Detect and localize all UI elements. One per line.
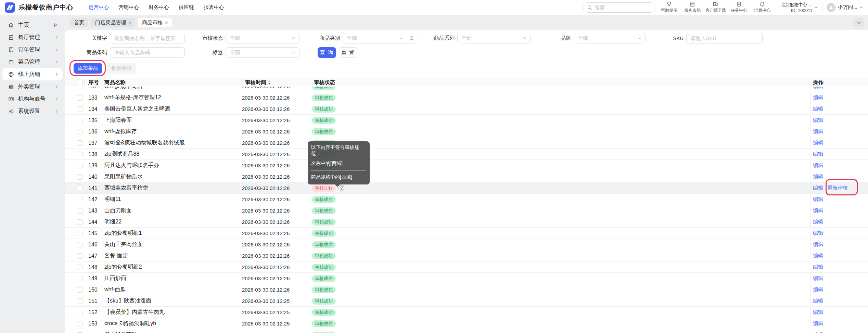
sidebar-item-online-shop[interactable]: 线上店铺 xyxy=(2,68,63,80)
reset-button[interactable]: 重 置 xyxy=(339,47,357,58)
quick-help[interactable]: 帮助提示 xyxy=(660,1,679,13)
row-checkbox[interactable] xyxy=(77,152,82,157)
close-icon[interactable]: × xyxy=(165,20,168,25)
row-checkbox[interactable] xyxy=(77,276,82,281)
tag-select[interactable]: 全部 xyxy=(226,47,299,58)
edit-link[interactable]: 编辑 xyxy=(813,174,823,180)
row-checkbox[interactable] xyxy=(77,298,82,304)
row-checkbox[interactable] xyxy=(77,95,82,101)
row-checkbox[interactable] xyxy=(77,321,82,326)
row-checkbox[interactable] xyxy=(77,163,82,168)
reaudit-link[interactable]: 重新审核 xyxy=(827,185,848,191)
audit-time: 2026-03-30 02:12:26 xyxy=(242,171,290,182)
query-button[interactable]: 查 询 xyxy=(318,47,336,58)
sidebar-item-restaurant[interactable]: 餐厅管理 xyxy=(2,31,63,43)
audit-time: 2026-03-30 02:12:26 xyxy=(242,115,290,126)
row-checkbox[interactable] xyxy=(77,197,82,202)
row-checkbox[interactable] xyxy=(77,174,82,180)
tab-store-dish-management[interactable]: 门店菜品管理 × xyxy=(91,18,135,27)
barcode-input[interactable] xyxy=(110,47,185,58)
edit-link[interactable]: 编辑 xyxy=(813,128,823,135)
sku-input[interactable] xyxy=(686,33,763,43)
lightbulb-icon xyxy=(666,1,672,7)
sidebar-item-orders[interactable]: 订单管理 xyxy=(2,43,63,56)
edit-link[interactable]: 编辑 xyxy=(813,196,823,203)
global-search[interactable] xyxy=(583,2,655,13)
edit-link[interactable]: 编辑 xyxy=(813,286,823,293)
sidebar-item-org-accounts[interactable]: 机构与账号 xyxy=(2,93,63,105)
batch-audit-button[interactable]: 批量审核 xyxy=(107,63,136,74)
row-checkbox[interactable] xyxy=(77,118,82,123)
brand-select[interactable]: 全部 xyxy=(574,33,646,43)
row-checkbox[interactable] xyxy=(77,287,82,293)
quick-service-market[interactable]: 服务市场 xyxy=(683,1,702,13)
edit-link[interactable]: 编辑 xyxy=(813,253,823,259)
audit-time: 2026-03-30 02:12:26 xyxy=(242,103,290,115)
row-checkbox[interactable] xyxy=(77,265,82,270)
sidebar-item-settings[interactable]: 系统设置 xyxy=(2,105,63,117)
select-all-checkbox[interactable] xyxy=(77,80,82,85)
nav-operation-center[interactable]: 运营中心 xyxy=(88,4,109,11)
edit-link[interactable]: 编辑 xyxy=(813,151,823,157)
row-checkbox[interactable] xyxy=(77,129,82,135)
user-menu[interactable]: 小万同... xyxy=(827,3,863,12)
nav-marketing-center[interactable]: 营销中心 xyxy=(118,4,139,11)
sidebar-item-dishes[interactable]: 菜品管理 xyxy=(2,56,63,68)
close-icon[interactable]: × xyxy=(128,20,131,25)
tab-home[interactable]: 首页 xyxy=(70,18,88,27)
edit-link[interactable]: 编辑 xyxy=(813,298,823,304)
edit-link[interactable]: 编辑 xyxy=(813,332,823,333)
edit-link[interactable]: 编辑 xyxy=(813,275,823,282)
row-checkbox[interactable] xyxy=(77,208,82,214)
status-badge: 审核成功 xyxy=(312,128,336,135)
store-selector[interactable]: 北京配送中心-... ID: 100011 xyxy=(780,2,818,13)
edit-link[interactable]: 编辑 xyxy=(813,241,823,248)
quick-client-download[interactable]: 客户端下载 xyxy=(706,1,725,13)
edit-link[interactable]: 编辑 xyxy=(813,264,823,270)
edit-link[interactable]: 编辑 xyxy=(813,117,823,124)
product-series-select[interactable]: 全部 xyxy=(457,33,531,43)
edit-link[interactable]: 编辑 xyxy=(813,140,823,146)
edit-link[interactable]: 编辑 xyxy=(813,106,823,112)
row-checkbox[interactable] xyxy=(77,242,82,247)
chevron-right-icon xyxy=(55,48,59,52)
nav-report-center[interactable]: 报表中心 xyxy=(204,4,224,11)
add-dish-button[interactable]: 添加菜品 xyxy=(74,63,102,74)
nav-finance-center[interactable]: 财务中心 xyxy=(149,4,169,11)
quick-message-center[interactable]: 消息中心 xyxy=(753,1,772,13)
column-action: 操作 xyxy=(813,78,824,87)
collapse-sidebar-icon[interactable] xyxy=(53,23,59,28)
status-badge: 审核成功 xyxy=(312,241,336,248)
column-audit-time[interactable]: 审核时间 xyxy=(245,78,271,87)
row-checkbox[interactable] xyxy=(77,87,82,89)
row-checkbox[interactable] xyxy=(77,253,82,259)
row-checkbox[interactable] xyxy=(77,106,82,112)
global-search-input[interactable] xyxy=(595,4,646,10)
nav-supply-chain[interactable]: 供应链 xyxy=(179,4,194,11)
tabstrip-collapse-button[interactable] xyxy=(854,18,864,27)
row-checkbox[interactable] xyxy=(77,231,82,236)
sidebar-item-takeout[interactable]: 外卖管理 xyxy=(2,80,63,93)
sidebar-item-home[interactable]: 主页 xyxy=(2,19,63,31)
sort-icon[interactable] xyxy=(268,80,271,85)
edit-link[interactable]: 编辑 xyxy=(813,94,823,101)
category-search-icon[interactable] xyxy=(409,36,414,41)
product-category-select[interactable]: 全部 xyxy=(343,33,418,43)
tab-product-audit[interactable]: 商品审核 × xyxy=(138,18,172,27)
edit-link[interactable]: 编辑 xyxy=(813,309,823,316)
column-audit-status: 审核状态 xyxy=(314,78,335,87)
row-checkbox[interactable] xyxy=(77,185,82,191)
row-checkbox[interactable] xyxy=(77,140,82,146)
audit-status-select[interactable]: 全部 xyxy=(226,33,299,43)
edit-link[interactable]: 编辑 xyxy=(813,207,823,214)
edit-link[interactable]: 编辑 xyxy=(813,219,823,225)
edit-link[interactable]: 编辑 xyxy=(813,230,823,236)
quick-task-center[interactable]: 任务中心 xyxy=(729,1,749,13)
edit-link[interactable]: 编辑 xyxy=(813,87,823,90)
edit-link[interactable]: 编辑 xyxy=(813,162,823,169)
edit-link[interactable]: 编辑 xyxy=(813,320,823,327)
row-checkbox[interactable] xyxy=(77,310,82,315)
keyword-input[interactable] xyxy=(110,33,185,43)
row-checkbox[interactable] xyxy=(77,219,82,225)
edit-link[interactable]: 编辑 xyxy=(813,185,823,191)
